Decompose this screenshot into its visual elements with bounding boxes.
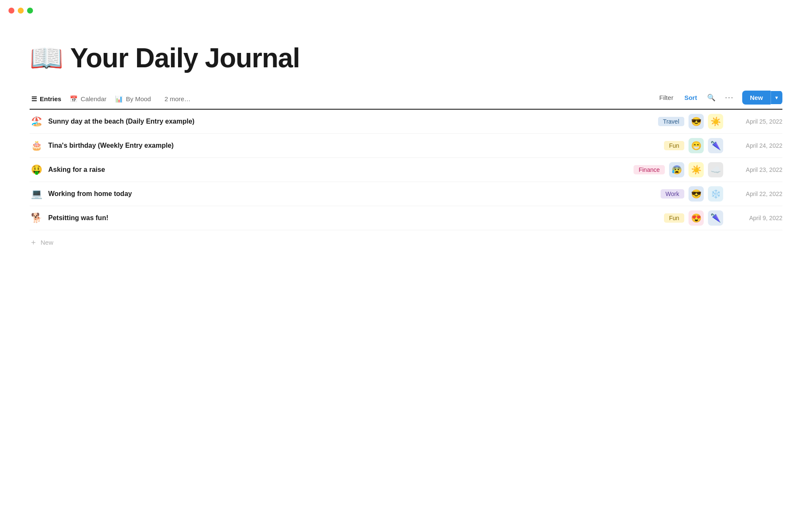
more-tabs[interactable]: 2 more… [158, 91, 198, 108]
page-title: Your Daily Journal [70, 42, 300, 74]
tab-entries[interactable]: ☰ Entries [30, 91, 68, 110]
new-row-label: New [41, 239, 53, 246]
entry-date: April 25, 2022 [732, 118, 782, 125]
mood-icon: 😎 [691, 189, 702, 199]
new-row-button[interactable]: ＋ New [30, 232, 53, 252]
toolbar-actions: Filter Sort 🔍 ··· New ▾ [655, 91, 782, 109]
entry-meta: Fun 😁 🌂 [664, 138, 723, 153]
entry-emoji: 🎂 [30, 140, 43, 151]
entry-title-col: 🤑 Asking for a raise [30, 164, 634, 175]
entry-tag[interactable]: Finance [634, 165, 665, 174]
entry-tag[interactable]: Work [661, 189, 684, 199]
entries-icon: ☰ [31, 95, 37, 103]
table-row[interactable]: 🐕 Petsitting was fun! Fun 😍 🌂 April 9, 2… [30, 206, 782, 230]
new-button[interactable]: New [742, 91, 771, 105]
calendar-icon: 📅 [70, 95, 78, 103]
tab-bymood-label: By Mood [126, 95, 151, 102]
mood-badge: 😰 [669, 162, 684, 177]
entry-title: Tina's birthday (Weekly Entry example) [48, 142, 174, 149]
entry-title: Petsitting was fun! [48, 214, 108, 222]
entry-title-col: 🐕 Petsitting was fun! [30, 213, 664, 224]
close-button[interactable] [8, 8, 14, 14]
mood-badge: 😎 [689, 186, 704, 202]
entry-title-col: 💻 Working from home today [30, 188, 661, 199]
weather-icon: ❄️ [710, 189, 721, 199]
entry-meta: Travel 😎 ☀️ [658, 114, 723, 129]
entry-title: Asking for a raise [48, 166, 105, 174]
mood-icon: 😰 [672, 165, 682, 175]
new-button-container: New ▾ [742, 91, 782, 105]
weather-icon: ☀️ [710, 116, 721, 127]
entry-emoji: 🤑 [30, 164, 43, 175]
entry-emoji: 🏖️ [30, 116, 43, 127]
entry-title-col: 🎂 Tina's birthday (Weekly Entry example) [30, 140, 664, 151]
entry-title: Working from home today [48, 190, 132, 198]
page-emoji: 📖 [30, 44, 63, 72]
weather2-badge: ☁️ [708, 162, 723, 177]
filter-button[interactable]: Filter [655, 91, 678, 104]
entry-date: April 22, 2022 [732, 190, 782, 197]
entry-emoji: 🐕 [30, 213, 43, 224]
weather-icon: ☀️ [691, 165, 702, 175]
tab-bymood[interactable]: 📊 By Mood [113, 91, 158, 110]
table-row[interactable]: 🏖️ Sunny day at the beach (Daily Entry e… [30, 110, 782, 134]
main-content: 📖 Your Daily Journal ☰ Entries 📅 Calenda… [0, 21, 812, 278]
weather2-icon: ☁️ [710, 165, 721, 175]
entry-title: Sunny day at the beach (Daily Entry exam… [48, 118, 195, 125]
entry-meta: Finance 😰 ☀️ ☁️ [634, 162, 723, 177]
table-row[interactable]: 🤑 Asking for a raise Finance 😰 ☀️ ☁️ Apr… [30, 158, 782, 182]
new-row-container: ＋ New [30, 232, 782, 252]
minimize-button[interactable] [18, 8, 24, 14]
entry-tag[interactable]: Fun [664, 213, 684, 223]
mood-icon: 😍 [691, 213, 702, 223]
weather-icon: 🌂 [710, 141, 721, 151]
entry-meta: Work 😎 ❄️ [661, 186, 723, 202]
weather-badge: 🌂 [708, 138, 723, 153]
weather-badge: 🌂 [708, 210, 723, 226]
weather-icon: 🌂 [710, 213, 721, 223]
chevron-down-icon: ▾ [775, 94, 778, 101]
traffic-lights [0, 0, 812, 21]
entry-date: April 24, 2022 [732, 142, 782, 149]
bymood-icon: 📊 [115, 95, 123, 103]
mood-badge: 😍 [689, 210, 704, 226]
entry-meta: Fun 😍 🌂 [664, 210, 723, 226]
page-header: 📖 Your Daily Journal [30, 42, 782, 74]
tab-calendar[interactable]: 📅 Calendar [68, 91, 113, 110]
mood-icon: 😁 [691, 141, 702, 151]
entry-date: April 23, 2022 [732, 166, 782, 173]
entry-tag[interactable]: Travel [658, 117, 684, 126]
plus-icon: ＋ [30, 237, 37, 247]
entry-date: April 9, 2022 [732, 215, 782, 221]
more-options-button[interactable]: ··· [721, 91, 737, 105]
search-icon: 🔍 [707, 94, 716, 102]
weather-badge: ☀️ [689, 162, 704, 177]
mood-badge: 😁 [689, 138, 704, 153]
entries-list: 🏖️ Sunny day at the beach (Daily Entry e… [30, 110, 782, 230]
entry-tag[interactable]: Fun [664, 141, 684, 150]
tab-entries-label: Entries [40, 95, 61, 102]
entry-title-col: 🏖️ Sunny day at the beach (Daily Entry e… [30, 116, 658, 127]
more-icon: ··· [725, 93, 734, 102]
weather-badge: ❄️ [708, 186, 723, 202]
sort-button[interactable]: Sort [680, 91, 701, 104]
search-button[interactable]: 🔍 [704, 91, 719, 104]
table-row[interactable]: 🎂 Tina's birthday (Weekly Entry example)… [30, 134, 782, 158]
weather-badge: ☀️ [708, 114, 723, 129]
entry-emoji: 💻 [30, 188, 43, 199]
mood-icon: 😎 [691, 116, 702, 127]
tabs: ☰ Entries 📅 Calendar 📊 By Mood 2 more… [30, 91, 655, 109]
toolbar: ☰ Entries 📅 Calendar 📊 By Mood 2 more… F… [30, 91, 782, 110]
table-row[interactable]: 💻 Working from home today Work 😎 ❄️ Apri… [30, 182, 782, 206]
mood-badge: 😎 [689, 114, 704, 129]
tab-calendar-label: Calendar [81, 95, 107, 102]
maximize-button[interactable] [27, 8, 33, 14]
new-button-dropdown[interactable]: ▾ [771, 91, 782, 104]
